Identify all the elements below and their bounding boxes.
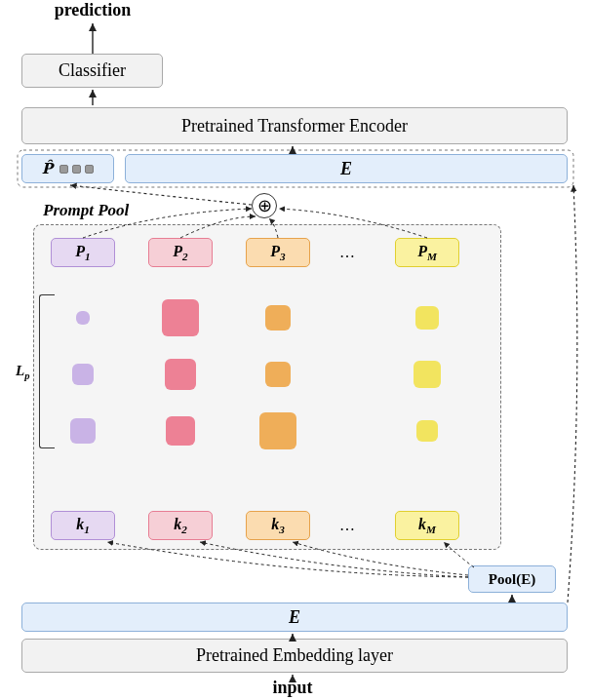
prompt-token — [259, 412, 296, 449]
prompt-token — [165, 359, 196, 390]
prompt-token — [76, 311, 90, 325]
prompt-token — [70, 418, 96, 444]
prompt-token — [265, 305, 291, 331]
pretrained-transformer-encoder-block: Pretrained Transformer Encoder — [21, 107, 568, 144]
prompt-P2: P2 — [148, 238, 213, 267]
key-ellipsis: … — [339, 517, 355, 534]
prompt-PM: PM — [395, 238, 459, 267]
prompt-token — [166, 416, 195, 446]
pool-of-E-block: Pool(E) — [468, 565, 556, 593]
combine-plus-icon: ⊕ — [252, 193, 277, 218]
key-k3: k3 — [246, 511, 310, 540]
pretrained-embedding-layer-block: Pretrained Embedding layer — [21, 639, 568, 673]
prompt-token — [162, 299, 199, 336]
key-kM: kM — [395, 511, 459, 540]
key-k1: k1 — [51, 511, 115, 540]
prompt-length-label: Lp — [16, 363, 29, 381]
prompt-P3: P3 — [246, 238, 310, 267]
embedding-E-bottom: E — [21, 603, 568, 632]
classifier-block: Classifier — [21, 54, 163, 88]
key-k2: k2 — [148, 511, 213, 540]
phat-token-icon — [85, 165, 94, 174]
prompt-ellipsis: … — [339, 244, 355, 261]
phat-token-icon — [59, 165, 68, 174]
prompt-token — [415, 306, 439, 330]
diagram-stage: prediction input Classifier Pretrained T… — [0, 0, 591, 700]
prompt-token — [265, 362, 291, 387]
prompt-token — [416, 420, 438, 442]
phat-symbol: P̂ — [42, 160, 53, 177]
length-bracket-icon — [39, 294, 55, 448]
prompt-pool-title: Prompt Pool — [43, 201, 129, 220]
embedding-E-top: E — [125, 154, 568, 183]
input-label: input — [249, 678, 336, 698]
prompt-P1: P1 — [51, 238, 115, 267]
selected-prompt-phat: P̂ — [21, 154, 114, 183]
prediction-label: prediction — [44, 0, 141, 20]
phat-token-icon — [72, 165, 81, 174]
prompt-token — [72, 364, 94, 385]
prompt-token — [414, 361, 441, 388]
